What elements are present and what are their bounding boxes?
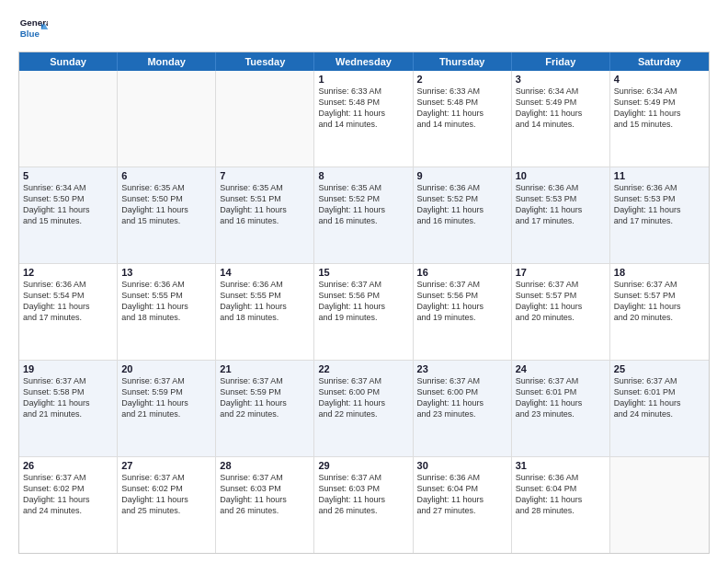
day-info: Sunrise: 6:36 AM Sunset: 5:53 PM Dayligh… xyxy=(614,182,705,227)
day-number: 26 xyxy=(23,460,113,471)
day-number: 22 xyxy=(318,363,408,374)
day-info: Sunrise: 6:37 AM Sunset: 5:56 PM Dayligh… xyxy=(318,279,408,324)
day-number: 9 xyxy=(417,170,507,181)
day-cell-18: 18Sunrise: 6:37 AM Sunset: 5:57 PM Dayli… xyxy=(610,264,709,360)
day-info: Sunrise: 6:34 AM Sunset: 5:49 PM Dayligh… xyxy=(516,86,606,131)
day-cell-2: 2Sunrise: 6:33 AM Sunset: 5:48 PM Daylig… xyxy=(414,71,512,167)
day-number: 21 xyxy=(220,363,310,374)
day-info: Sunrise: 6:35 AM Sunset: 5:52 PM Dayligh… xyxy=(318,182,408,227)
day-number: 10 xyxy=(516,170,606,181)
day-cell-15: 15Sunrise: 6:37 AM Sunset: 5:56 PM Dayli… xyxy=(314,264,413,360)
day-info: Sunrise: 6:37 AM Sunset: 5:59 PM Dayligh… xyxy=(121,375,211,420)
day-info: Sunrise: 6:37 AM Sunset: 6:02 PM Dayligh… xyxy=(23,472,113,517)
day-cell-30: 30Sunrise: 6:36 AM Sunset: 6:04 PM Dayli… xyxy=(414,457,512,553)
day-info: Sunrise: 6:37 AM Sunset: 5:56 PM Dayligh… xyxy=(417,279,507,324)
day-number: 5 xyxy=(23,170,113,181)
day-number: 13 xyxy=(121,267,211,278)
day-cell-20: 20Sunrise: 6:37 AM Sunset: 5:59 PM Dayli… xyxy=(118,361,216,456)
day-number: 11 xyxy=(614,170,705,181)
day-cell-23: 23Sunrise: 6:37 AM Sunset: 6:00 PM Dayli… xyxy=(414,361,512,456)
day-number: 8 xyxy=(318,170,408,181)
day-info: Sunrise: 6:36 AM Sunset: 5:53 PM Dayligh… xyxy=(516,182,606,227)
day-cell-11: 11Sunrise: 6:36 AM Sunset: 5:53 PM Dayli… xyxy=(610,167,709,263)
calendar-body: 1Sunrise: 6:33 AM Sunset: 5:48 PM Daylig… xyxy=(19,71,709,553)
day-info: Sunrise: 6:34 AM Sunset: 5:50 PM Dayligh… xyxy=(23,182,113,227)
day-number: 24 xyxy=(516,363,606,374)
calendar-row-4: 26Sunrise: 6:37 AM Sunset: 6:02 PM Dayli… xyxy=(19,457,709,553)
day-info: Sunrise: 6:36 AM Sunset: 5:52 PM Dayligh… xyxy=(417,182,507,227)
day-cell-4: 4Sunrise: 6:34 AM Sunset: 5:49 PM Daylig… xyxy=(610,71,709,167)
day-cell-16: 16Sunrise: 6:37 AM Sunset: 5:56 PM Dayli… xyxy=(414,264,512,360)
day-info: Sunrise: 6:34 AM Sunset: 5:49 PM Dayligh… xyxy=(614,86,705,131)
day-info: Sunrise: 6:37 AM Sunset: 5:59 PM Dayligh… xyxy=(220,375,310,420)
day-info: Sunrise: 6:37 AM Sunset: 6:01 PM Dayligh… xyxy=(516,375,606,420)
day-number: 16 xyxy=(417,267,507,278)
header-day-wednesday: Wednesday xyxy=(314,52,413,71)
header-day-sunday: Sunday xyxy=(19,52,118,71)
calendar-row-0: 1Sunrise: 6:33 AM Sunset: 5:48 PM Daylig… xyxy=(19,71,709,167)
day-info: Sunrise: 6:37 AM Sunset: 6:02 PM Dayligh… xyxy=(121,472,211,517)
day-info: Sunrise: 6:33 AM Sunset: 5:48 PM Dayligh… xyxy=(417,86,507,131)
day-number: 28 xyxy=(220,460,310,471)
day-cell-17: 17Sunrise: 6:37 AM Sunset: 5:57 PM Dayli… xyxy=(512,264,610,360)
day-cell-14: 14Sunrise: 6:36 AM Sunset: 5:55 PM Dayli… xyxy=(216,264,314,360)
logo: General Blue xyxy=(18,15,48,44)
day-number: 23 xyxy=(417,363,507,374)
day-info: Sunrise: 6:35 AM Sunset: 5:50 PM Dayligh… xyxy=(121,182,211,227)
day-info: Sunrise: 6:37 AM Sunset: 5:57 PM Dayligh… xyxy=(614,279,705,324)
day-number: 14 xyxy=(220,267,310,278)
empty-cell xyxy=(19,71,118,167)
day-cell-5: 5Sunrise: 6:34 AM Sunset: 5:50 PM Daylig… xyxy=(19,167,118,263)
day-number: 12 xyxy=(23,267,113,278)
day-cell-21: 21Sunrise: 6:37 AM Sunset: 5:59 PM Dayli… xyxy=(216,361,314,456)
day-info: Sunrise: 6:36 AM Sunset: 5:54 PM Dayligh… xyxy=(23,279,113,324)
day-info: Sunrise: 6:36 AM Sunset: 6:04 PM Dayligh… xyxy=(516,472,606,517)
header-day-tuesday: Tuesday xyxy=(216,52,314,71)
day-cell-28: 28Sunrise: 6:37 AM Sunset: 6:03 PM Dayli… xyxy=(216,457,314,553)
day-info: Sunrise: 6:37 AM Sunset: 6:00 PM Dayligh… xyxy=(417,375,507,420)
day-number: 29 xyxy=(318,460,408,471)
day-number: 20 xyxy=(121,363,211,374)
header-day-thursday: Thursday xyxy=(414,52,512,71)
day-number: 25 xyxy=(614,363,705,374)
day-number: 3 xyxy=(516,74,606,85)
day-number: 30 xyxy=(417,460,507,471)
day-cell-3: 3Sunrise: 6:34 AM Sunset: 5:49 PM Daylig… xyxy=(512,71,610,167)
day-info: Sunrise: 6:37 AM Sunset: 5:58 PM Dayligh… xyxy=(23,375,113,420)
day-cell-7: 7Sunrise: 6:35 AM Sunset: 5:51 PM Daylig… xyxy=(216,167,314,263)
day-info: Sunrise: 6:37 AM Sunset: 6:01 PM Dayligh… xyxy=(614,375,705,420)
day-cell-26: 26Sunrise: 6:37 AM Sunset: 6:02 PM Dayli… xyxy=(19,457,118,553)
empty-cell xyxy=(118,71,216,167)
empty-cell xyxy=(610,457,709,553)
day-cell-19: 19Sunrise: 6:37 AM Sunset: 5:58 PM Dayli… xyxy=(19,361,118,456)
day-info: Sunrise: 6:36 AM Sunset: 6:04 PM Dayligh… xyxy=(417,472,507,517)
day-cell-1: 1Sunrise: 6:33 AM Sunset: 5:48 PM Daylig… xyxy=(314,71,413,167)
day-number: 27 xyxy=(121,460,211,471)
header-day-saturday: Saturday xyxy=(610,52,709,71)
day-cell-10: 10Sunrise: 6:36 AM Sunset: 5:53 PM Dayli… xyxy=(512,167,610,263)
day-cell-22: 22Sunrise: 6:37 AM Sunset: 6:00 PM Dayli… xyxy=(314,361,413,456)
header-day-friday: Friday xyxy=(512,52,610,71)
day-info: Sunrise: 6:33 AM Sunset: 5:48 PM Dayligh… xyxy=(318,86,408,131)
day-cell-9: 9Sunrise: 6:36 AM Sunset: 5:52 PM Daylig… xyxy=(414,167,512,263)
day-info: Sunrise: 6:36 AM Sunset: 5:55 PM Dayligh… xyxy=(121,279,211,324)
day-number: 2 xyxy=(417,74,507,85)
day-number: 31 xyxy=(516,460,606,471)
day-number: 15 xyxy=(318,267,408,278)
day-cell-12: 12Sunrise: 6:36 AM Sunset: 5:54 PM Dayli… xyxy=(19,264,118,360)
day-cell-8: 8Sunrise: 6:35 AM Sunset: 5:52 PM Daylig… xyxy=(314,167,413,263)
day-info: Sunrise: 6:36 AM Sunset: 5:55 PM Dayligh… xyxy=(220,279,310,324)
day-cell-13: 13Sunrise: 6:36 AM Sunset: 5:55 PM Dayli… xyxy=(118,264,216,360)
day-number: 6 xyxy=(121,170,211,181)
day-number: 4 xyxy=(614,74,705,85)
day-info: Sunrise: 6:37 AM Sunset: 6:00 PM Dayligh… xyxy=(318,375,408,420)
calendar: SundayMondayTuesdayWednesdayThursdayFrid… xyxy=(18,52,710,554)
day-number: 18 xyxy=(614,267,705,278)
day-cell-31: 31Sunrise: 6:36 AM Sunset: 6:04 PM Dayli… xyxy=(512,457,610,553)
page-header: General Blue xyxy=(18,15,710,44)
day-info: Sunrise: 6:37 AM Sunset: 5:57 PM Dayligh… xyxy=(516,279,606,324)
logo-icon: General Blue xyxy=(18,15,48,44)
day-info: Sunrise: 6:35 AM Sunset: 5:51 PM Dayligh… xyxy=(220,182,310,227)
day-info: Sunrise: 6:37 AM Sunset: 6:03 PM Dayligh… xyxy=(220,472,310,517)
day-cell-29: 29Sunrise: 6:37 AM Sunset: 6:03 PM Dayli… xyxy=(314,457,413,553)
